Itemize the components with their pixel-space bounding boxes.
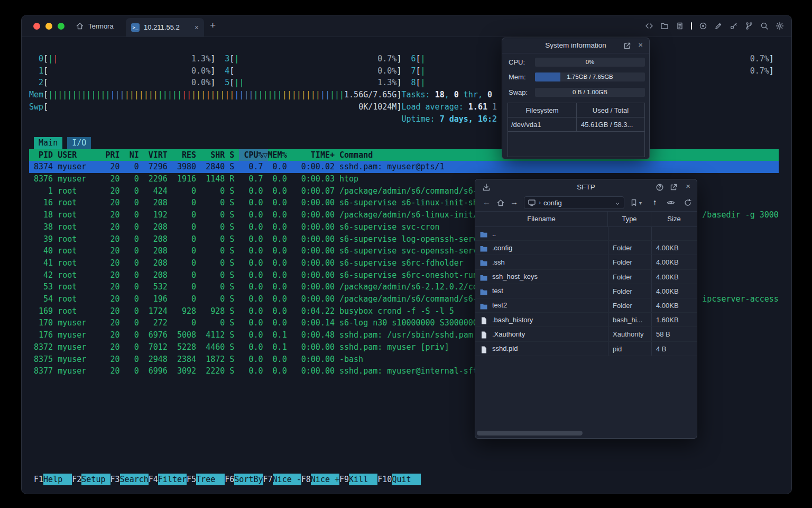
file-name: .config <box>492 241 512 255</box>
close-panel-icon[interactable]: × <box>686 182 690 190</box>
file-row[interactable]: .bash_historybash_hi...1.60KB <box>475 313 697 327</box>
edit-icon[interactable] <box>714 22 723 30</box>
fn-kill[interactable]: Kill <box>349 474 377 486</box>
process-row[interactable]: 42 root 20 0 208 0 0 S 0.0 0.0 0:00.00 s… <box>29 269 478 282</box>
process-row[interactable]: 176 myuser 20 0 6976 5008 4112 S 0.0 0.1… <box>29 329 478 341</box>
sftp-panel: SFTP × ← → › config ▾ ↑ FilenameTypeSize… <box>475 179 697 439</box>
meter-label: Mem: <box>509 72 526 81</box>
process-row[interactable]: 40 root 20 0 208 0 0 S 0.0 0.0 0:00.00 s… <box>29 245 478 257</box>
fn-setup[interactable]: Setup <box>81 474 110 486</box>
process-row[interactable]: 170 myuser 20 0 272 0 0 S 0.0 0.0 0:00.1… <box>29 317 478 329</box>
folder-icon <box>479 301 488 310</box>
fn-quit[interactable]: Quit <box>392 474 420 486</box>
file-row[interactable]: test2Folder4.00KB <box>475 298 697 313</box>
key-icon[interactable] <box>730 22 738 30</box>
file-row[interactable]: .configFolder4.00KB <box>475 241 697 255</box>
process-row[interactable]: 53 root 20 0 532 0 0 S 0.0 0.0 0:00.00 /… <box>29 281 478 293</box>
process-row[interactable]: 38 root 20 0 208 0 0 S 0.0 0.0 0:00.00 s… <box>29 221 440 233</box>
close-window-button[interactable] <box>33 23 40 30</box>
file-row[interactable]: sshd.pidpid4 B <box>475 342 697 356</box>
zoom-window-button[interactable] <box>58 23 64 30</box>
fn-search[interactable]: Search <box>120 474 149 486</box>
file-type: Folder <box>608 241 651 255</box>
close-panel-icon[interactable]: × <box>638 41 643 49</box>
settings-icon[interactable] <box>776 22 784 30</box>
fn-sortby[interactable]: SortBy <box>234 474 263 486</box>
folder-icon[interactable] <box>660 22 669 30</box>
function-key-bar[interactable]: F1Help F2Setup F3SearchF4FilterF5Tree F6… <box>29 474 421 486</box>
process-row[interactable]: 8372 myuser 20 0 7012 5228 4460 S 0.0 0.… <box>29 341 449 353</box>
minimize-window-button[interactable] <box>45 23 52 30</box>
system-information-header: System information × <box>502 38 649 53</box>
code-icon[interactable] <box>645 22 653 30</box>
process-row[interactable]: 8375 myuser 20 0 2948 2384 1872 S 0.0 0.… <box>29 353 363 366</box>
file-size: 4.00KB <box>651 284 697 298</box>
filesystem-row[interactable]: /dev/vda145.61GB / 58.3... <box>508 117 644 132</box>
process-table-header[interactable]: PID USER PRI NI VIRT RES SHR S CPU%▽MEM%… <box>29 149 779 161</box>
column-header-type[interactable]: Type <box>608 212 651 226</box>
fnkey-f8: F8 <box>301 474 311 486</box>
folder-icon <box>479 287 488 295</box>
system-information-panel: System information × CPU:0%Mem:1.75GB / … <box>502 38 650 159</box>
tab-termora-home[interactable]: Termora <box>76 15 114 37</box>
sftp-navbar: ← → › config ▾ ↑ <box>475 195 697 210</box>
filesystem-table-header: FilesystemUsed / Total <box>508 103 644 117</box>
home-icon[interactable] <box>496 198 505 207</box>
fn-filter[interactable]: Filter <box>158 474 187 486</box>
bookmark-icon[interactable] <box>630 198 638 207</box>
fn-help[interactable]: Help <box>43 474 72 486</box>
path-breadcrumb[interactable]: › config <box>524 196 624 209</box>
bookmark-caret-icon[interactable]: ▾ <box>639 198 642 208</box>
process-row[interactable]: 41 root 20 0 208 0 0 S 0.0 0.0 0:00.00 s… <box>29 257 464 269</box>
show-hidden-icon[interactable] <box>667 198 675 207</box>
tab-ssh-session[interactable]: >_ 10.211.55.2 × <box>126 18 204 37</box>
file-size: 1.60KB <box>651 313 697 326</box>
sftp-header: SFTP × <box>475 179 697 194</box>
fn-tree[interactable]: Tree <box>196 474 225 486</box>
open-in-new-icon[interactable] <box>669 183 678 192</box>
file-row[interactable]: ssh_host_keysFolder4.00KB <box>475 270 697 284</box>
search-icon[interactable] <box>760 22 769 30</box>
column-header-size[interactable]: Size <box>651 212 697 226</box>
file-row[interactable]: .sshFolder4.00KB <box>475 255 697 269</box>
scrollbar-thumb[interactable] <box>477 431 583 436</box>
fn-nice-[interactable]: Nice + <box>311 474 339 486</box>
open-in-new-icon[interactable] <box>623 42 631 50</box>
process-row-selected[interactable]: 8374 myuser 20 0 7296 3980 2840 S 0.7 0.… <box>29 161 779 173</box>
toolbar <box>645 15 784 37</box>
htop-screen-tabs[interactable]: Main I/O <box>29 137 91 149</box>
new-tab-button[interactable]: + <box>210 20 216 31</box>
current-folder-label: config <box>543 199 562 207</box>
folder-icon <box>479 229 488 238</box>
meter-bar: 0 B / 1.00GB <box>535 88 645 97</box>
record-icon[interactable] <box>699 22 707 30</box>
back-icon[interactable]: ← <box>483 197 491 207</box>
file-row[interactable]: .XauthorityXauthority58 B <box>475 327 697 341</box>
file-name: ssh_host_keys <box>492 269 538 284</box>
log-icon[interactable] <box>676 22 684 30</box>
forward-icon[interactable]: → <box>510 197 518 207</box>
file-row[interactable]: .. <box>475 226 697 241</box>
fn-nice-[interactable]: Nice - <box>273 474 301 486</box>
process-row[interactable]: 39 root 20 0 208 0 0 S 0.0 0.0 0:00.00 s… <box>29 233 478 246</box>
help-icon[interactable] <box>656 183 664 192</box>
process-row[interactable]: 169 root 20 0 1724 928 928 S 0.0 0.0 0:0… <box>29 305 454 318</box>
fnkey-f5: F5 <box>187 474 196 486</box>
branch-icon[interactable] <box>745 22 753 30</box>
file-name: .ssh <box>492 255 505 269</box>
up-directory-icon[interactable]: ↑ <box>653 197 657 207</box>
refresh-icon[interactable] <box>684 198 692 207</box>
process-row[interactable]: 1 root 20 0 424 0 0 S 0.0 0.0 0:00.07 /p… <box>29 185 478 197</box>
process-row[interactable]: 8376 myuser 20 0 2296 1916 1148 R 0.7 0.… <box>29 173 358 185</box>
fnkey-f7: F7 <box>263 474 273 486</box>
close-tab-icon[interactable]: × <box>195 23 199 32</box>
process-row[interactable]: 8377 myuser 20 0 6996 3092 2220 S 0.0 0.… <box>29 365 478 377</box>
file-row[interactable]: testFolder4.00KB <box>475 284 697 298</box>
process-row[interactable]: 16 root 20 0 208 0 0 S 0.0 0.0 0:00.00 s… <box>29 197 478 209</box>
file-type: Xauthority <box>608 327 651 341</box>
horizontal-scrollbar[interactable] <box>477 431 695 436</box>
chevron-down-icon[interactable] <box>614 199 621 206</box>
fnkey-f2: F2 <box>72 474 81 486</box>
file-icon <box>479 315 488 324</box>
column-header-filename[interactable]: Filename <box>475 212 608 226</box>
